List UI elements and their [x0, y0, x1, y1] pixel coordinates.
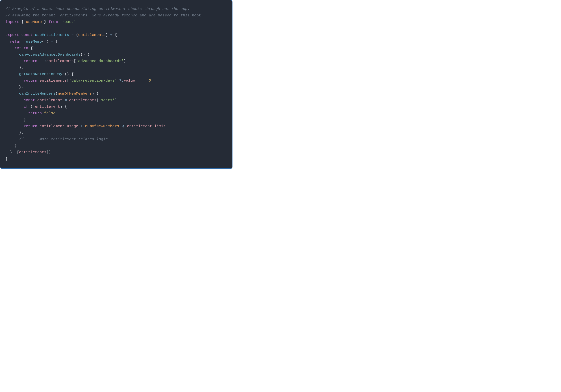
paren: ) [60, 105, 63, 109]
space [135, 78, 140, 83]
parens: () [80, 53, 85, 57]
var-entitlement: entitlement [127, 124, 152, 128]
number-literal: 0 [149, 78, 151, 83]
indent [5, 53, 19, 57]
code-comment: // Assuming the tenant `entitlements` we… [5, 13, 203, 18]
paren: ( [76, 33, 78, 37]
fn-useMemo-call: useMemo [26, 40, 42, 44]
method-canAccessAdvancedDashboards: canAccessAdvancedDashboards [19, 53, 80, 57]
indent [5, 144, 14, 148]
brace: } [5, 157, 8, 161]
comma: , [21, 131, 24, 135]
code-block: // Example of a React hook encapsulating… [0, 0, 232, 169]
bracket: [ [17, 150, 19, 154]
brace: } [10, 150, 12, 154]
paren: ( [31, 105, 33, 109]
op-assign: = [65, 98, 67, 102]
var-entitlements: entitlements [69, 98, 96, 102]
bracket: ] [117, 78, 119, 83]
indent [5, 78, 24, 83]
bracket: [ [74, 59, 76, 63]
indent [5, 137, 19, 141]
bracket: [ [67, 78, 69, 83]
indent [5, 150, 10, 154]
prop-value: value [124, 78, 135, 83]
param-numOfNewMembers: numOfNewMembers [58, 92, 92, 96]
kw-return: return [24, 124, 37, 128]
paren: ) [49, 150, 51, 154]
kw-return: return [28, 111, 42, 115]
brace: } [19, 131, 22, 135]
ident-useMemo: useMemo [26, 20, 42, 24]
op-optchain: ?. [119, 78, 124, 83]
comma: , [12, 150, 15, 154]
op-arrow: ⇒ [110, 33, 112, 37]
paren: ) [106, 33, 108, 37]
indent [5, 85, 19, 89]
paren: ) [92, 92, 94, 96]
string-literal: 'advanced-dashboards' [76, 59, 124, 63]
method-canInviteMembers: canInviteMembers [19, 92, 56, 96]
kw-return: return [14, 46, 28, 50]
parens: () [65, 72, 69, 76]
kw-from: from [49, 20, 58, 24]
brace: } [14, 144, 17, 148]
kw-import: import [5, 20, 19, 24]
var-entitlements: entitlements [46, 59, 74, 63]
op-not: ! [33, 105, 35, 109]
bracket: ] [124, 59, 126, 63]
dot: . [152, 124, 154, 128]
string-literal: 'seats' [99, 98, 115, 102]
indent [5, 105, 24, 109]
brace: } [24, 118, 26, 122]
fn-useEntitlements: useEntitlements [35, 33, 69, 37]
brace: { [55, 40, 58, 44]
prop-limit: limit [154, 124, 166, 128]
kw-if: if [24, 105, 28, 109]
code-comment: // ... more entitlement related logic [19, 137, 108, 141]
space [144, 78, 149, 83]
brace: { [31, 46, 33, 50]
comma: , [21, 85, 24, 89]
op-assign: = [72, 33, 74, 37]
var-numOfNewMembers: numOfNewMembers [85, 124, 119, 128]
indent [5, 131, 19, 135]
brace: } [19, 65, 22, 70]
code-comment: // Example of a React hook encapsulating… [5, 7, 190, 11]
indent [5, 118, 24, 122]
indent [5, 72, 19, 76]
string-literal: 'react' [60, 20, 76, 24]
paren: ) [46, 40, 49, 44]
brace: } [19, 85, 22, 89]
indent [5, 59, 24, 63]
paren: ( [55, 92, 58, 96]
kw-export: export [5, 33, 19, 37]
var-entitlements: entitlements [19, 150, 46, 154]
var-entitlement: entitlement [40, 124, 65, 128]
kw-const: const [24, 98, 35, 102]
var-entitlement: entitlement [35, 105, 60, 109]
brace: { [72, 72, 74, 76]
var-entitlement: entitlement [37, 98, 62, 102]
indent [5, 46, 14, 50]
comma: , [21, 65, 24, 70]
dot: . [65, 124, 67, 128]
var-entitlements: entitlements [40, 78, 67, 83]
brace: { [21, 20, 24, 24]
brace: { [87, 53, 90, 57]
op-arrow: ⇒ [51, 40, 53, 44]
kw-return: return [10, 40, 24, 44]
param-entitlements: entitlements [78, 33, 105, 37]
indent [5, 98, 24, 102]
brace: { [96, 92, 99, 96]
indent [5, 65, 19, 70]
indent [5, 40, 10, 44]
semicolon: ; [51, 150, 53, 154]
string-literal: 'data-retention-days' [69, 78, 117, 83]
op-or: || [140, 78, 144, 83]
prop-usage: usage [67, 124, 78, 128]
space [37, 59, 42, 63]
op-notnot: !! [42, 59, 46, 63]
indent [5, 124, 24, 128]
bool-false: false [44, 111, 55, 115]
